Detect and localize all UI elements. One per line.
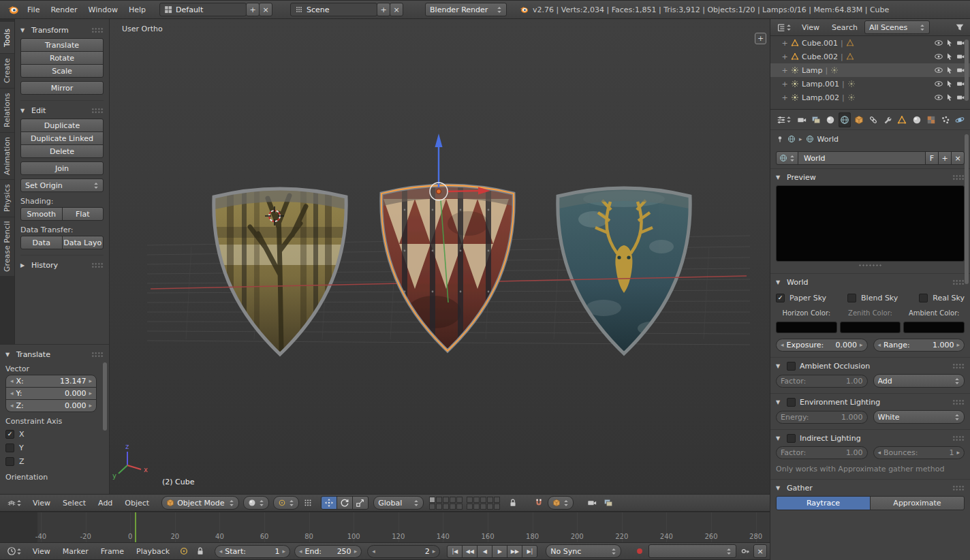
- render-visibility-icon[interactable]: [956, 80, 965, 88]
- viewport-3d[interactable]: z x y User Ortho (2) Cube +: [109, 19, 770, 494]
- layer-cell[interactable]: [473, 497, 480, 503]
- approximate-button[interactable]: Approximate: [870, 496, 965, 510]
- duplicate-button[interactable]: Duplicate: [20, 119, 104, 132]
- tab-texture[interactable]: [925, 112, 937, 127]
- expand-icon[interactable]: +: [781, 80, 788, 89]
- tab-scene[interactable]: [824, 112, 836, 127]
- render-engine-dropdown[interactable]: Blender Render: [425, 3, 507, 16]
- tab-object-data[interactable]: [896, 112, 908, 127]
- timeline-ruler[interactable]: -40-200204060801001201401601802002202402…: [0, 512, 770, 542]
- item-name[interactable]: Cube.002: [802, 52, 838, 61]
- blend-sky-checkbox[interactable]: [847, 294, 856, 302]
- layer-cell[interactable]: [487, 497, 493, 503]
- translate-manipulator-toggle[interactable]: [321, 496, 337, 510]
- editor-type-button[interactable]: [775, 113, 794, 127]
- vector-y-field[interactable]: ◂ Y: 0.000 ▸: [5, 387, 97, 400]
- item-name[interactable]: Lamp.001: [802, 80, 839, 89]
- zenith-color-swatch[interactable]: [840, 322, 901, 333]
- render-visibility-icon[interactable]: [956, 39, 965, 47]
- tab-animation[interactable]: Animation: [0, 133, 14, 179]
- rotate-manipulator-toggle[interactable]: [337, 496, 353, 510]
- layer-cell[interactable]: [480, 503, 486, 510]
- view-menu[interactable]: View: [796, 19, 825, 35]
- selectability-icon[interactable]: [945, 52, 954, 61]
- panel-grip-icon[interactable]: [952, 279, 965, 285]
- expand-icon[interactable]: +: [781, 39, 788, 48]
- increment-icon[interactable]: ▸: [354, 548, 358, 555]
- tab-material[interactable]: [910, 112, 922, 127]
- join-button[interactable]: Join: [20, 161, 104, 175]
- env-color-dropdown[interactable]: White: [873, 410, 965, 424]
- layer-cell[interactable]: [480, 497, 486, 503]
- outliner-item-lamp[interactable]: + Lamp |: [770, 63, 970, 77]
- item-name[interactable]: Lamp.002: [802, 93, 839, 102]
- unlink-world-button[interactable]: ×: [951, 151, 965, 165]
- layer-cell[interactable]: [450, 497, 456, 503]
- increment-icon[interactable]: ▸: [956, 450, 960, 456]
- decrement-icon[interactable]: ◂: [878, 342, 881, 348]
- filter-icon[interactable]: [952, 20, 967, 34]
- tab-tools[interactable]: Tools: [0, 22, 14, 53]
- layer-cell[interactable]: [467, 497, 473, 503]
- decrement-icon[interactable]: ◂: [781, 342, 784, 348]
- panel-grip-icon[interactable]: [91, 262, 104, 268]
- keying-set-dropdown[interactable]: [648, 544, 736, 558]
- decrement-icon[interactable]: ◂: [878, 450, 881, 456]
- tab-grease-pencil[interactable]: Grease Pencil: [0, 217, 14, 276]
- layer-cell[interactable]: [487, 503, 493, 510]
- outliner-scrollbar[interactable]: [965, 40, 969, 101]
- panel-grip-icon[interactable]: [952, 363, 965, 369]
- layers-group-1[interactable]: [429, 497, 463, 510]
- screen-layout-selector[interactable]: Default: [159, 3, 247, 16]
- start-frame-field[interactable]: ◂ Start: 1 ▸: [215, 545, 290, 558]
- add-menu[interactable]: Add: [93, 495, 118, 511]
- tab-relations[interactable]: Relations: [0, 89, 14, 132]
- jump-to-start-button[interactable]: |◀: [447, 545, 463, 558]
- panel-grip-icon[interactable]: [952, 399, 965, 405]
- rotate-button[interactable]: Rotate: [20, 51, 104, 65]
- gather-panel-header[interactable]: ▼ Gather: [776, 480, 965, 496]
- outliner-item-lamp-002[interactable]: + Lamp.002 |: [770, 91, 970, 104]
- expand-icon[interactable]: +: [781, 66, 788, 75]
- opengl-render-button[interactable]: [584, 496, 599, 510]
- decrement-icon[interactable]: ◂: [10, 390, 14, 396]
- auto-keyframe-record-button[interactable]: [632, 544, 647, 558]
- panel-grip-icon[interactable]: [952, 435, 965, 441]
- search-menu[interactable]: Search: [826, 19, 863, 35]
- close-scene-button[interactable]: ×: [390, 3, 403, 16]
- visibility-eye-icon[interactable]: [935, 80, 943, 88]
- edit-panel-header[interactable]: ▼ Edit: [20, 102, 104, 119]
- manipulate-centers-toggle[interactable]: [300, 496, 315, 510]
- add-layout-button[interactable]: +: [246, 3, 260, 16]
- tab-physics[interactable]: Physics: [0, 180, 14, 217]
- show-properties-region-button[interactable]: +: [755, 33, 766, 44]
- selectability-icon[interactable]: [945, 93, 954, 102]
- snap-element-dropdown[interactable]: [548, 496, 574, 510]
- layer-cell[interactable]: [473, 503, 480, 510]
- increment-icon[interactable]: ▸: [89, 378, 92, 384]
- scale-button[interactable]: Scale: [20, 64, 104, 78]
- sync-dropdown[interactable]: No Sync: [546, 544, 621, 558]
- tab-physics[interactable]: [954, 112, 966, 127]
- outliner-item-cube-001[interactable]: + Cube.001 |: [770, 36, 970, 50]
- end-frame-field[interactable]: ◂ End: 250 ▸: [294, 545, 362, 558]
- horizon-color-swatch[interactable]: [776, 322, 837, 333]
- help-menu[interactable]: Help: [123, 1, 151, 18]
- decrement-icon[interactable]: ◂: [299, 548, 302, 555]
- layer-cell[interactable]: [456, 497, 463, 503]
- opengl-render-anim-button[interactable]: [601, 496, 616, 510]
- environment-lighting-header[interactable]: ▼ Environment Lighting: [776, 394, 965, 410]
- render-menu[interactable]: Render: [45, 1, 82, 18]
- viewport-canvas[interactable]: z x y: [110, 19, 770, 494]
- increment-icon[interactable]: ▸: [860, 342, 863, 348]
- real-sky-checkbox[interactable]: [919, 294, 928, 302]
- play-button[interactable]: ▶: [492, 545, 507, 558]
- current-frame-marker[interactable]: [135, 512, 136, 542]
- tab-render-layers[interactable]: [810, 112, 822, 127]
- visibility-eye-icon[interactable]: [935, 52, 943, 61]
- outliner-item-cube-002[interactable]: + Cube.002 |: [770, 50, 970, 63]
- render-visibility-icon[interactable]: [956, 93, 965, 102]
- transform-panel-header[interactable]: ▼ Transform: [20, 22, 104, 38]
- decrement-icon[interactable]: ◂: [10, 403, 14, 409]
- indirect-lighting-checkbox[interactable]: [787, 434, 796, 443]
